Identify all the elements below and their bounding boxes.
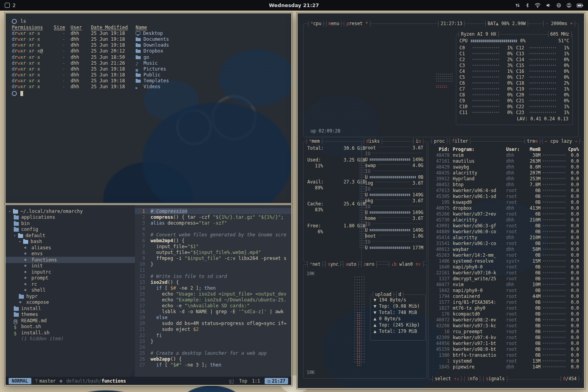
- tree-item[interactable]: README.md: [5, 318, 135, 324]
- tree-item[interactable]: boot.sh: [5, 324, 135, 330]
- volume-icon[interactable]: [546, 3, 551, 8]
- tree-item[interactable]: envs: [5, 251, 135, 257]
- tree-item[interactable]: (1 hidden item): [5, 336, 135, 342]
- col-pid[interactable]: Pid:: [432, 147, 450, 152]
- tree-item[interactable]: bin: [5, 220, 135, 227]
- preset-button[interactable]: preset *: [344, 21, 370, 27]
- process-row[interactable]: 1327 dmcrypt_write/25 root 0B 0.0: [428, 276, 583, 281]
- editor-window[interactable]: ~/.local/share/omarchy applications: [5, 204, 292, 386]
- tree-item[interactable]: hypr: [5, 293, 135, 299]
- directory-link[interactable]: Pictures: [136, 66, 285, 72]
- process-row[interactable]: 44889 kworker/u96:0-co root 0B 0.0: [428, 229, 583, 234]
- process-row[interactable]: 1380 btrfs-transactio root 0B 0.0: [428, 352, 583, 358]
- process-row[interactable]: 45159 kworker/u98:0-bt root 0B 0.0: [428, 346, 583, 352]
- file-tree[interactable]: ~/.local/share/omarchy applications: [5, 205, 135, 377]
- directory-link[interactable]: Desktop: [136, 31, 285, 36]
- col-user[interactable]: User:: [506, 147, 524, 152]
- tree-item[interactable]: rc: [5, 281, 135, 287]
- refresh-interval-control[interactable]: - 2000ms +: [543, 21, 575, 27]
- process-row[interactable]: 1642 napi/phy0-0 root 0B 0.0: [428, 287, 583, 293]
- process-row[interactable]: 48478 nvim dhh 38M 0.0: [428, 152, 583, 158]
- net-auto-toggle[interactable]: auto: [343, 261, 359, 267]
- process-row[interactable]: 45730 alacritty dhh 210M 0.0: [428, 217, 583, 223]
- process-row[interactable]: 1794 containerd root 44M 0.0: [428, 293, 583, 299]
- process-row[interactable]: 31541 kworker/u96:2-co root 0B 0.0: [428, 240, 583, 246]
- directory-link[interactable]: Templates: [136, 78, 285, 83]
- process-row[interactable]: 43208 kworker/u97:3-kc root 0B 0.0: [428, 323, 583, 328]
- tree-item[interactable]: xcompose: [5, 299, 135, 306]
- col-program[interactable]: Program:: [450, 147, 506, 152]
- bluetooth-icon[interactable]: [525, 3, 530, 8]
- directory-link[interactable]: Videos: [136, 84, 285, 89]
- directory-link[interactable]: Downloads: [136, 42, 285, 48]
- process-row[interactable]: 45305 kworker/u96:1-sd root 0B 0.0: [428, 193, 583, 199]
- tab-mem[interactable]: *mem: [307, 138, 322, 144]
- network-globe-icon[interactable]: [556, 3, 561, 8]
- tree-item[interactable]: bash: [5, 239, 135, 245]
- process-row[interactable]: 1640 napi/phy0-0 root 0B 0.0: [428, 264, 583, 270]
- process-row[interactable]: 40013 waybar dhh 58M 0.0: [428, 246, 583, 252]
- tab-proc[interactable]: proc: [432, 138, 447, 144]
- proc-filter-button[interactable]: filter: [450, 138, 471, 144]
- tree-item[interactable]: install.sh: [5, 330, 135, 336]
- process-row[interactable]: 48452 btop dhh 7.8M 0.0: [428, 181, 583, 187]
- process-row[interactable]: 42309 kworker/u97:4-kv root 0B 0.0: [428, 334, 583, 340]
- process-row[interactable]: 1845 pipewire dhh 14M 0.0: [428, 364, 583, 370]
- proc-select-button[interactable]: select ↑↓: [432, 376, 461, 382]
- process-row[interactable]: 48477 nvim dhh 10M 0.0: [428, 281, 583, 287]
- directory-link[interactable]: Dropbox: [136, 48, 285, 54]
- directory-link[interactable]: Public: [136, 72, 285, 78]
- col-cpu[interactable]: Cpu%: [568, 147, 579, 152]
- process-row[interactable]: 22161 kworker/u97:10-k root 0B 0.0: [428, 270, 583, 276]
- tree-item[interactable]: shell: [5, 287, 135, 294]
- proc-info-button[interactable]: info: [465, 376, 480, 382]
- process-row[interactable]: 1577 irq/81-PIXA3854: root 0B 0.0: [428, 299, 583, 305]
- tree-item[interactable]: prompt: [5, 275, 135, 281]
- tree-item[interactable]: config: [5, 227, 135, 233]
- tree-item[interactable]: inputrc: [5, 269, 135, 275]
- tree-item[interactable]: functions: [5, 257, 135, 263]
- tree-item[interactable]: default: [5, 232, 135, 239]
- process-row[interactable]: 176 kcompactd0 root 0B 0.0: [428, 311, 583, 317]
- net-download-tab[interactable]: d: [396, 292, 404, 298]
- process-row[interactable]: 45263 kworker/14:2-mm_ root 0B 0.0: [428, 252, 583, 258]
- clock[interactable]: Wednesday 21:27: [0, 2, 588, 8]
- process-row[interactable]: 45266 kworker/u97:2+ev root 0B 0.0: [428, 211, 583, 217]
- menu-button[interactable]: menu: [326, 21, 342, 27]
- process-row[interactable]: 46072 kworker/u98:2-ev root 0B 0.0: [428, 317, 583, 323]
- proc-signals-button[interactable]: signals: [483, 376, 507, 382]
- directory-link[interactable]: Documents: [136, 36, 285, 42]
- process-row[interactable]: 44956 kworker/u97:1-bt root 0B 0.0: [428, 340, 583, 346]
- terminal-window[interactable]: ls Permissions Size User Date Modified N…: [5, 13, 292, 204]
- process-row[interactable]: 195 kswapd0 root 0B 0.0: [428, 199, 583, 205]
- tab-disks[interactable]: disks: [364, 138, 382, 144]
- system-monitor-window[interactable]: *cpu menu preset * 21:27:13 BAT▲ 98% 2.9…: [297, 13, 585, 389]
- net-upload-tab[interactable]: upload: [373, 292, 394, 298]
- wifi-icon[interactable]: [535, 3, 541, 8]
- code-buffer[interactable]: 1 # Compression 2 compress() { tar -czf …: [135, 205, 291, 377]
- tab-cpu[interactable]: *cpu: [308, 21, 324, 27]
- process-row[interactable]: 1827 mt76-tx phy0 root 0B 0.0: [428, 305, 583, 311]
- process-row[interactable]: 43091 kworker/u96:3-gf root 0B 0.0: [428, 223, 583, 229]
- net-zero-toggle[interactable]: zero: [361, 261, 377, 267]
- tree-item[interactable]: install: [5, 305, 135, 312]
- process-row[interactable]: 1 systemd root 13M 0.0: [428, 358, 583, 364]
- tree-item[interactable]: aliases: [5, 245, 135, 251]
- user-icon[interactable]: [566, 3, 572, 8]
- tree-item[interactable]: init: [5, 263, 135, 269]
- tree-item[interactable]: themes: [5, 312, 135, 318]
- network-interface-selector[interactable]: ↓b wlan0 n↑: [389, 261, 423, 267]
- tab-net[interactable]: *net: [307, 261, 323, 267]
- process-row[interactable]: 47613 kworker/u96:4-sd root 0B 0.0: [428, 187, 583, 193]
- tree-item[interactable]: applications: [5, 214, 135, 221]
- process-row[interactable]: 16 rcu_preempt root 0B 0.0: [428, 328, 583, 334]
- col-memory[interactable]: MemB: [524, 147, 541, 152]
- net-sync-toggle[interactable]: sync: [325, 261, 341, 267]
- updates-icon[interactable]: [515, 3, 520, 8]
- directory-link[interactable]: go: [136, 54, 285, 60]
- process-row[interactable]: 1486 systemd-resolve syst+ 15M 0.0: [428, 258, 583, 264]
- directory-link[interactable]: Music: [136, 60, 285, 66]
- process-row[interactable]: 48429 swaybg dhh 8.6M 0.0: [428, 164, 583, 170]
- process-row[interactable]: 47161 nautilus dhh 263M 0.0: [428, 158, 583, 164]
- process-row[interactable]: 48435 alacritty dhh 207M 0.0: [428, 170, 583, 176]
